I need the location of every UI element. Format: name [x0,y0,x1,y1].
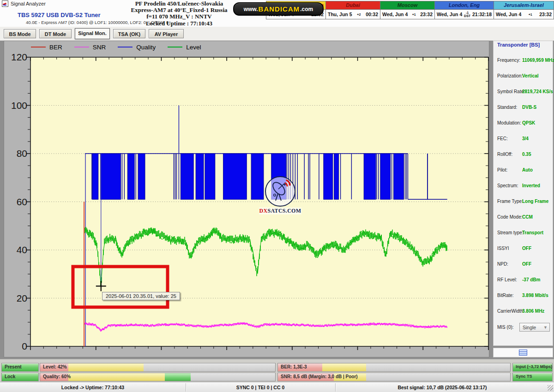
legend-swatch [31,47,46,48]
transponder-label: Polarization: [497,73,523,78]
transponder-value: -37 dBm [522,277,540,282]
device-title: TBS 5927 USB DVB-S2 Tuner [18,12,101,18]
transponder-label: RollOff: [497,152,512,157]
legend-swatch [74,47,89,48]
tab-signal-mon-[interactable]: Signal Mon. [75,28,110,39]
transponder-label: Modulation: [497,120,521,125]
signal-chart-panel: BERSNRQualityLevel 020406080100120 [4,41,489,357]
progress-bar: SNR: 8,5 dB (Margin: 3,0 dB | Poor) [277,373,511,381]
clock-time: Thu, Jun 5+200:32 [326,10,380,19]
transponder-label: FEC: [497,136,508,141]
transponder-value: 2819,724 KS/s [522,89,553,94]
progress-label: Level: 42% [43,364,67,369]
clock-dubai: DubaiThu, Jun 5+200:32 [326,1,380,19]
transponder-value: Inverted [522,183,540,188]
header: Signal Analyzer TBS 5927 USB DVB-S2 Tune… [0,0,554,27]
watermark-suffix: .com [300,6,313,12]
chevron-down-icon: ▼ [543,323,548,332]
clock-city-label: London, Eng [435,1,494,10]
signal-chart[interactable]: 020406080100120 [4,41,490,358]
legend-item-ber: BER [31,44,62,51]
legend-item-quality: Quality [118,44,156,51]
tab-tsa-ok-[interactable]: TSA (OK) [113,29,145,38]
tab-bs-mode[interactable]: BS Mode [4,29,36,38]
chart-tooltip: 2025-06-01 20.35.01, value: 25 [102,292,180,300]
clock-moscow: MoscowWed, Jun 4+123:32 [380,1,435,19]
dxsatcs-watermark: DXSATCS.COM [259,176,301,214]
transponder-value: 11069,959 MHz [522,58,554,63]
clock-jerusalem-israel: Jerusalem-IsraelWed, Jun 4+123:32 [494,1,554,19]
progress-bar: Quality: 60% [40,373,276,381]
clock-city-label: Dubai [326,1,380,10]
station-info-line: f=11 070 MHz_V : NNTV [124,13,235,20]
transponder-label: NPD: [497,261,508,267]
transponder-value: 3.898 Mbit/s [522,293,548,298]
svg-text:80: 80 [17,148,27,159]
transponder-label: Stream type: [497,230,524,235]
svg-text:40: 40 [17,244,27,255]
clock-city-label: Moscow [380,1,434,10]
clock-time: Wed, Jun 4+123:32 [380,10,434,19]
progress-bar: BER: 1,3E-3 [277,363,511,372]
transponder-label: Code Mode: [497,214,522,220]
progress-label: SNR: 8,5 dB (Margin: 3,0 dB | Poor) [281,374,358,379]
mis-select[interactable]: Single ▼ [519,323,550,332]
tab-av-player[interactable]: AV Player [149,29,184,38]
status-badge-right: Input (~3,72 Mbps) [512,363,553,372]
signal-bar-row: LockQuality: 60%SNR: 8,5 dB (Margin: 3,0… [0,373,554,381]
transponder-label: Frequency: [497,58,520,63]
status-badge-present: Present [1,363,39,372]
transponder-value: CCM [522,214,533,220]
status-locked-uptime: Locked -> Uptime: 77:10:43 [1,382,185,392]
clock-time: Wed, Jun 4+123:32 [494,10,554,19]
tab-dt-mode[interactable]: DT Mode [39,29,72,38]
resize-grip[interactable] [548,385,553,391]
progress-segment-yellow [68,363,144,371]
status-badge-lock: Lock [1,373,39,381]
transponder-value: OFF [522,246,531,251]
svg-text:60: 60 [17,196,27,207]
svg-text:100: 100 [11,100,27,111]
transponder-value: OFF [522,261,531,267]
progress-segment-green [165,373,191,381]
legend-item-level: Level [168,44,201,51]
main-area: BERSNRQualityLevel 020406080100120 [0,41,554,359]
statusbar: Locked -> Uptime: 77:10:43 SYNC 0 | TEI … [0,382,554,392]
transponder-label: Standard: [497,105,517,110]
transponder-label: Spectrum: [497,183,518,188]
legend-label: SNR [93,44,106,51]
transponder-label: BitRate: [497,293,514,298]
progress-label: Quality: 60% [43,374,71,379]
svg-text:20: 20 [17,293,27,303]
progress-segment-yellow [68,373,165,381]
transponder-value: QPSK [522,120,535,125]
legend-swatch [168,47,182,48]
window-grid-icon [519,350,527,356]
transponder-value: 3.806 MHz [522,309,544,314]
station-info: PF Prodelin 450/Lučenec-Slovakia Express… [124,0,235,27]
bandicam-watermark: www.BANDICAM.com [233,2,324,16]
signal-bar-row: PresentLevel: 42%BER: 1,3E-3Input (~3,72… [0,363,554,372]
clock-london-eng: London, EngWed, Jun 4-1DST21:32:18 [435,1,494,19]
status-sync-counters: SYNC 0 | TEI 0 | CC 0 [186,382,335,392]
panel-footer-button[interactable] [493,348,553,357]
watermark-brand: BANDICAM [259,5,300,13]
titlebar: Signal Analyzer [2,0,46,7]
transponder-label: Frame Type: [497,199,523,204]
transponder-label: RF Level: [497,277,517,282]
transponder-value: DVB-S [522,105,536,110]
transponder-value: 3/4 [522,136,529,141]
transponder-panel-title: Transponder [BS] [496,42,541,48]
svg-text:0: 0 [22,341,27,351]
satellite-dish-icon [265,176,295,207]
transponder-value: 0.35 [522,152,531,157]
app-icon [2,0,8,7]
transponder-value: Vertical [522,73,539,78]
mode-tabs: BS ModeDT ModeSignal Mon.TSA (OK)AV Play… [0,27,554,41]
status-best-signal: Best signal: 10,7 dB (2025-06-02 13:17) [336,382,549,392]
progress-bar: Level: 42% [40,363,276,372]
transponder-label: Pilot: [497,167,507,172]
chart-legend: BERSNRQualityLevel [31,42,201,52]
progress-segment-yellow [322,363,367,371]
station-info-line: Express-AM7 at 40°E_Fixed-1 Russia [124,7,235,13]
